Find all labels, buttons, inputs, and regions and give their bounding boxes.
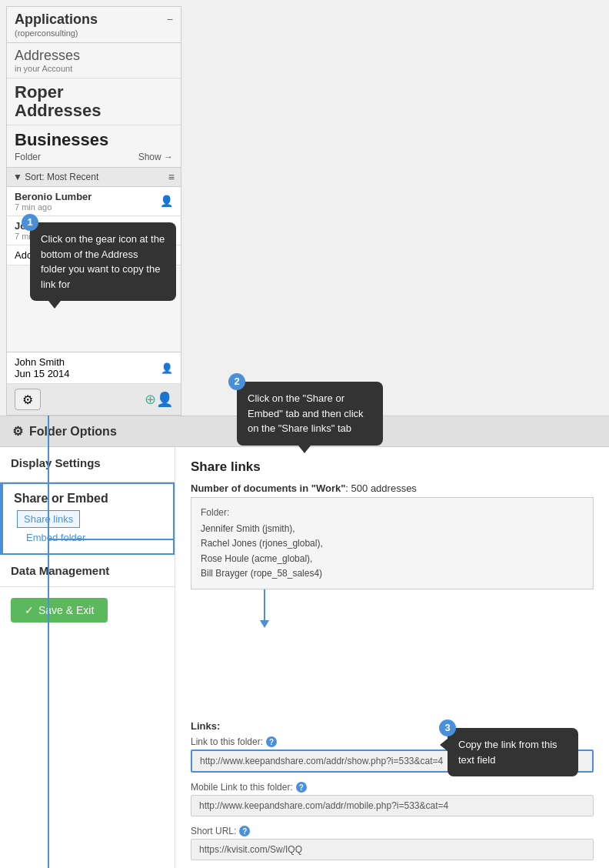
tooltip3-text: Copy the link from this text field [458,739,557,766]
tooltip1-text: Click on the gear icon at the bottom of … [41,233,165,290]
doc-count-prefix: Number of documents in [191,482,308,494]
folder-info-label: Folder: [201,506,584,520]
data-management-section[interactable]: Data Management [0,555,175,587]
tooltip-step2: 2 Click on the "Share or Embed" tab and … [237,382,383,446]
step-badge-3: 3 [439,719,456,736]
right-panel: Share links Number of documents in "Work… [175,447,609,868]
item-name: John Smith [15,356,70,368]
connector-line-horizontal [48,539,174,540]
roper-title: RoperAddresses [15,83,173,120]
show-link[interactable]: Show → [138,152,173,162]
share-links-heading: Share links [191,459,594,475]
share-embed-title: Share or Embed [14,492,162,506]
collapse-button[interactable]: − [167,13,173,25]
gear-icon: ⚙ [12,424,23,439]
embed-folder-link[interactable]: Embed folder [20,529,162,546]
short-url-label: Short URL: [191,826,236,836]
sort-bar: ▼ Sort: Most Recent ≡ [7,168,181,187]
step-badge-2: 2 [228,373,245,390]
sidebar: Applications (roperconsulting) − Address… [6,6,181,416]
display-settings-title: Display Settings [11,456,164,469]
folder-info-text: Jennifer Smith (jsmith), Rachel Jones (r… [201,522,584,581]
item-time: Jun 15 2014 [15,368,70,379]
list-item[interactable]: Beronio Lumber 7 min ago 👤 [7,187,181,216]
help-icon-link[interactable]: ? [266,736,277,747]
gear-bar: ⚙ ⊕👤 [7,384,181,415]
sidebar-businesses-section[interactable]: Businesses Folder Show → [7,125,181,168]
share-links-submenu: Share links Embed folder [17,510,162,546]
save-exit-label: Save & Exit [38,604,94,616]
doc-count-row: Number of documents in "Work": 500 addre… [191,482,594,494]
sidebar-bottom: John Smith Jun 15 2014 👤 ⚙ ⊕👤 [7,352,181,415]
sidebar-roper-section: RoperAddresses [7,78,181,125]
link-to-folder-label: Link to this folder: [191,736,263,747]
tooltip-step3: 3 Copy the link from this text field [448,728,578,776]
person-icon: 👤 [161,362,173,374]
item-name: Beronio Lumber [15,191,92,202]
tooltip-step1: 1 Click on the gear icon at the bottom o… [30,222,176,301]
short-url-row: Short URL: ? [191,826,594,860]
businesses-folder-label: Folder [15,152,41,162]
sidebar-addresses-section: Addresses in your Account [7,43,181,78]
tooltip2-text: Click on the "Share or Embed" tab and th… [248,392,364,434]
data-management-title: Data Management [11,564,164,577]
sort-label[interactable]: ▼ Sort: Most Recent [13,172,98,182]
short-url-input[interactable] [191,839,594,860]
mobile-link-row: Mobile Link to this folder: ? [191,782,594,816]
step-badge-1: 1 [22,214,38,231]
help-icon-mobile[interactable]: ? [296,782,307,793]
display-settings-section[interactable]: Display Settings [0,447,175,482]
links-section: 3 Copy the link from this text field Lin… [191,720,594,860]
save-exit-button[interactable]: ✓ Save & Exit [11,598,108,623]
applications-title: Applications [15,12,98,28]
addresses-title: Addresses [15,48,173,64]
gear-button[interactable]: ⚙ [15,389,41,410]
mobile-link-input[interactable] [191,795,594,816]
connector-line-vertical [48,416,49,868]
folder-info-box: Folder: Jennifer Smith (jsmith), Rachel … [191,497,594,589]
item-time: 7 min ago [15,202,92,212]
sort-icon[interactable]: ≡ [168,171,175,183]
share-embed-section[interactable]: Share or Embed Share links Embed folder [0,482,175,555]
businesses-title: Businesses [15,130,173,150]
sidebar-applications-header: Applications (roperconsulting) − [7,7,181,43]
folder-name-label: "Work" [311,482,346,494]
list-item[interactable]: John Smith Jun 15 2014 👤 [7,352,181,384]
doc-count: 500 addresses [351,482,417,494]
folder-options-title: Folder Options [29,425,117,439]
add-person-button[interactable]: ⊕👤 [145,391,173,408]
applications-sub: (roperconsulting) [15,28,98,38]
person-icon: 👤 [160,195,173,207]
bottom-content: Display Settings Share or Embed Share li… [0,447,609,868]
mobile-link-label: Mobile Link to this folder: [191,782,293,793]
left-panel: Display Settings Share or Embed Share li… [0,447,175,868]
addresses-sub: in your Account [15,64,173,73]
help-icon-short[interactable]: ? [239,826,250,836]
check-icon: ✓ [25,604,34,616]
